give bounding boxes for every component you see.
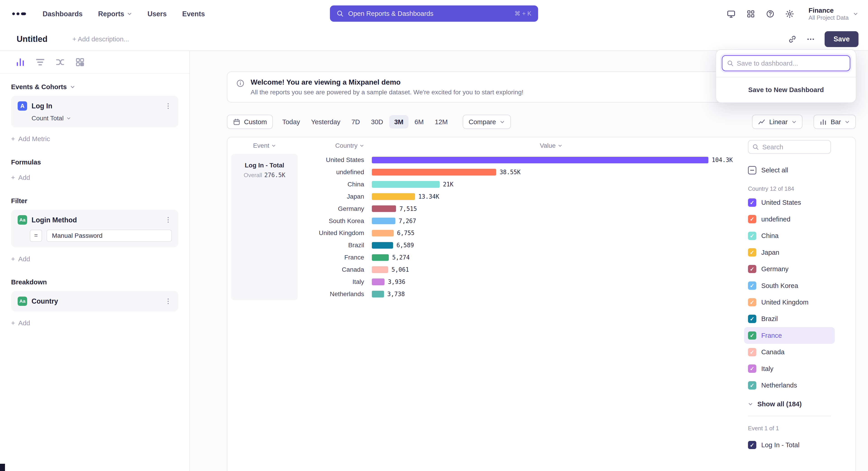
chart-type-label: Bar [831, 118, 841, 126]
bar-segment[interactable] [372, 254, 389, 261]
chart-type-button[interactable]: Bar [813, 115, 856, 129]
country-checkbox[interactable]: ✓ [748, 215, 756, 223]
event-legend-item[interactable]: ✓ Log In - Total [748, 437, 831, 453]
bar-category-label: United States [298, 156, 364, 164]
nav-item-dashboards[interactable]: Dashboards [42, 10, 83, 18]
mixpanel-logo[interactable] [10, 10, 28, 18]
country-checkbox-item[interactable]: ✓ Netherlands [744, 377, 835, 394]
filter-value[interactable]: Manual Password [46, 230, 172, 242]
country-checkbox[interactable]: ✓ [748, 265, 756, 273]
chevron-down-icon [845, 119, 850, 124]
save-to-dashboard-input[interactable] [737, 59, 845, 67]
save-to-new-dashboard-item[interactable]: Save to New Dashboard [722, 77, 850, 102]
filter-operator[interactable]: = [30, 230, 42, 242]
country-checkbox-item[interactable]: ✓ United States [744, 194, 835, 211]
kebab-menu-icon[interactable] [164, 216, 172, 224]
tab-funnels-icon[interactable] [35, 57, 45, 67]
country-checkbox-item[interactable]: ✓ Canada [744, 344, 835, 360]
tab-flows-icon[interactable] [55, 57, 65, 67]
bar-segment[interactable] [372, 278, 384, 285]
bar-value-label: 6,589 [397, 242, 414, 248]
country-checkbox-item[interactable]: ✓ United Kingdom [744, 294, 835, 311]
add-filter-button[interactable]: +Add [11, 255, 178, 263]
event-checkbox[interactable]: ✓ [748, 441, 756, 449]
demo-monitor-icon[interactable] [727, 9, 736, 18]
range-30d[interactable]: 30D [366, 115, 388, 128]
select-all-checkbox[interactable] [748, 166, 756, 174]
breakdown-property-name[interactable]: Country [32, 297, 58, 305]
range-6m[interactable]: 6M [410, 115, 429, 128]
country-checkbox[interactable]: ✓ [748, 315, 756, 323]
apps-grid-icon[interactable] [747, 10, 755, 18]
nav-item-reports[interactable]: Reports [98, 10, 132, 18]
scale-selector-button[interactable]: Linear [752, 115, 802, 129]
filter-property-name[interactable]: Login Method [32, 216, 77, 224]
range-3m[interactable]: 3M [389, 115, 408, 128]
breakdown-filter-panel: Select all Country 12 of 184 ✓ United St… [738, 137, 855, 471]
kebab-menu-icon[interactable] [164, 102, 172, 110]
country-checkbox[interactable]: ✓ [748, 248, 756, 257]
country-checkbox[interactable]: ✓ [748, 331, 756, 340]
global-search[interactable]: Open Reports & Dashboards ⌘ + K [330, 5, 538, 22]
country-checkbox-item[interactable]: ✓ Germany [744, 261, 835, 277]
add-metric-button[interactable]: +Add Metric [11, 135, 178, 143]
metric-event-name[interactable]: Log In [32, 102, 53, 110]
bar-segment[interactable] [372, 169, 496, 175]
report-title[interactable]: Untitled [17, 34, 48, 44]
country-checkbox-item[interactable]: ✓ South Korea [744, 277, 835, 294]
country-checkbox[interactable]: ✓ [748, 198, 756, 207]
tab-insights-icon[interactable] [16, 57, 25, 67]
custom-date-range-button[interactable]: Custom [227, 115, 273, 129]
country-checkbox[interactable]: ✓ [748, 232, 756, 240]
column-header-country[interactable]: Country [298, 142, 364, 149]
country-checkbox-item[interactable]: ✓ undefined [744, 211, 835, 227]
copy-link-icon[interactable] [788, 35, 797, 43]
panel-search[interactable] [748, 140, 831, 154]
country-checkbox-item[interactable]: ✓ Japan [744, 244, 835, 261]
compare-button[interactable]: Compare [463, 115, 511, 129]
bar-segment[interactable] [372, 291, 384, 297]
bar-segment[interactable] [372, 181, 440, 187]
bar-segment[interactable] [372, 157, 708, 163]
country-checkbox-item[interactable]: ✓ Italy [744, 360, 835, 377]
chevron-down-icon[interactable] [70, 84, 75, 89]
bar-segment[interactable] [372, 217, 395, 224]
country-checkbox[interactable]: ✓ [748, 381, 756, 389]
range-yesterday[interactable]: Yesterday [306, 115, 345, 128]
column-header-value[interactable]: Value [364, 142, 738, 149]
more-options-icon[interactable] [807, 35, 815, 43]
bar-segment[interactable] [372, 193, 415, 200]
country-checkbox-item[interactable]: ✓ China [744, 228, 835, 244]
project-switcher[interactable]: Finance All Project Data [809, 6, 858, 21]
country-checkbox[interactable]: ✓ [748, 364, 756, 373]
add-breakdown-button[interactable]: +Add [11, 319, 178, 327]
range-today[interactable]: Today [277, 115, 305, 128]
country-checkbox[interactable]: ✓ [748, 298, 756, 306]
bar-segment[interactable] [372, 242, 393, 248]
report-description-placeholder[interactable]: + Add description... [72, 35, 129, 43]
add-formula-button[interactable]: +Add [11, 174, 178, 181]
show-all-toggle[interactable]: Show all (184) [748, 400, 831, 408]
bar-segment[interactable] [372, 230, 394, 236]
range-7d[interactable]: 7D [346, 115, 365, 128]
panel-search-input[interactable] [762, 143, 817, 151]
select-all-row[interactable]: Select all [748, 166, 831, 174]
nav-item-users[interactable]: Users [147, 10, 166, 18]
country-checkbox-item[interactable]: ✓ Brazil [744, 311, 835, 327]
range-12m[interactable]: 12M [430, 115, 453, 128]
metric-aggregation[interactable]: Count Total [18, 115, 172, 122]
popup-search[interactable] [722, 55, 850, 71]
kebab-menu-icon[interactable] [164, 298, 172, 305]
save-button[interactable]: Save [825, 31, 859, 47]
bar-segment[interactable] [372, 266, 388, 273]
nav-item-events[interactable]: Events [182, 10, 205, 18]
country-checkbox-item[interactable]: ✓ France [744, 327, 835, 344]
add-label: Add [18, 255, 30, 263]
help-icon[interactable] [766, 10, 774, 18]
settings-gear-icon[interactable] [785, 9, 794, 18]
column-header-event[interactable]: Event [231, 142, 298, 149]
bar-segment[interactable] [372, 205, 396, 212]
country-checkbox[interactable]: ✓ [748, 348, 756, 356]
country-checkbox[interactable]: ✓ [748, 282, 756, 290]
tab-retention-icon[interactable] [75, 57, 85, 67]
